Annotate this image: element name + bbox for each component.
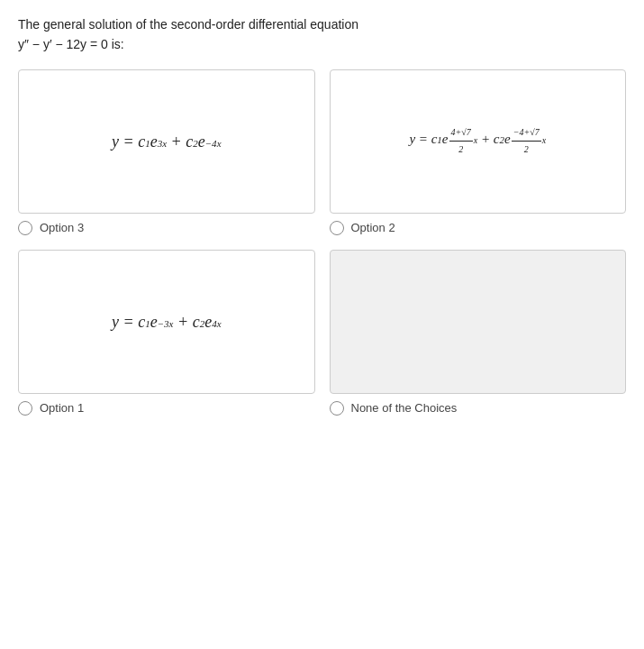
radio-option-none[interactable] — [330, 401, 344, 416]
option2-text: Option 2 — [351, 221, 395, 234]
option-cell-2: y = c1 e4+√72x + c2 e−4+√72x Option 2 — [330, 69, 627, 235]
question-equation: y″ − y′ − 12y = 0 is: — [18, 37, 124, 51]
option-box-2[interactable]: y = c1 e4+√72x + c2 e−4+√72x — [330, 69, 627, 214]
question-line1: The general solution of the second-order… — [18, 17, 358, 32]
question-text: The general solution of the second-order… — [18, 14, 626, 55]
option-box-3[interactable]: y = c1 e3x + c2 e−4x — [18, 69, 315, 214]
option-label-2[interactable]: Option 2 — [330, 221, 395, 235]
radio-option2[interactable] — [330, 221, 344, 235]
option-none-text: None of the Choices — [351, 401, 458, 415]
option-label-1[interactable]: Option 1 — [18, 401, 84, 416]
option-cell-none: None of the Choices — [330, 250, 627, 416]
radio-option1[interactable] — [18, 401, 32, 416]
option-cell-3: y = c1 e3x + c2 e−4x Option 3 — [18, 69, 315, 235]
option3-text: Option 3 — [40, 221, 84, 234]
formula-1: y = c1 e−3x + c2 e4x — [112, 307, 222, 336]
options-grid: y = c1 e3x + c2 e−4x Option 3 — [18, 69, 626, 416]
option-box-1[interactable]: y = c1 e−3x + c2 e4x — [18, 250, 315, 394]
formula-2: y = c1 e4+√72x + c2 e−4+√72x — [409, 124, 546, 158]
option-box-none[interactable] — [330, 250, 627, 394]
radio-option3[interactable] — [18, 221, 32, 235]
option-label-none[interactable]: None of the Choices — [330, 401, 458, 416]
option-cell-1: y = c1 e−3x + c2 e4x Option 1 — [18, 250, 315, 416]
formula-3: y = c1 e3x + c2 e−4x — [112, 127, 222, 156]
question-container: The general solution of the second-order… — [18, 14, 626, 416]
option-label-3[interactable]: Option 3 — [18, 221, 84, 235]
option1-text: Option 1 — [40, 401, 84, 415]
